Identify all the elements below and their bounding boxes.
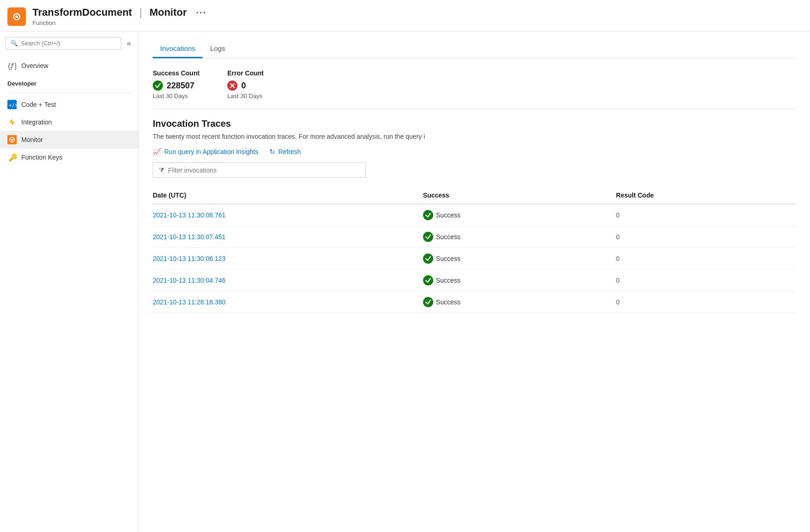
result-code-value: 0 <box>616 211 620 219</box>
filter-wrap[interactable]: ⧩ <box>153 162 366 178</box>
success-count-sublabel: Last 30 Days <box>153 93 199 99</box>
filter-icon: ⧩ <box>159 166 164 174</box>
success-count-block: Success Count 228507 Last 30 Days <box>153 69 199 99</box>
main-content: Invocations Logs Success Count 228507 La… <box>139 31 810 532</box>
col-header-result-code: Result Code <box>616 187 796 204</box>
app-icon <box>7 7 26 26</box>
code-icon: </> <box>7 100 17 109</box>
success-badge: Success <box>423 210 610 220</box>
filter-input[interactable] <box>168 167 360 174</box>
success-cell: Success <box>423 291 616 313</box>
tab-logs[interactable]: Logs <box>203 40 233 58</box>
run-query-label: Run query in Application Insights <box>164 148 258 155</box>
refresh-label: Refresh <box>278 148 301 155</box>
sidebar-item-overview[interactable]: {ƒ} Overview <box>0 57 138 74</box>
sidebar-item-integration[interactable]: Integration <box>0 113 138 131</box>
refresh-icon: ↻ <box>269 148 275 156</box>
svg-text:</>: </> <box>9 102 17 108</box>
more-options-icon[interactable]: ··· <box>196 7 207 18</box>
lightning-icon <box>7 118 17 127</box>
search-input[interactable] <box>21 40 116 47</box>
invocations-table: Date (UTC) Success Result Code 2021-10-1… <box>153 187 796 313</box>
run-query-link[interactable]: 📈 Run query in Application Insights <box>153 148 258 156</box>
sidebar-item-monitor[interactable]: Monitor <box>0 131 138 148</box>
result-code-value: 0 <box>616 255 620 262</box>
svg-marker-6 <box>9 118 15 126</box>
error-count-label: Error Count <box>227 69 264 77</box>
sidebar: 🔍 « {ƒ} Overview Developer </> Co <box>0 31 139 532</box>
success-text: Success <box>436 298 461 306</box>
code-test-label: Code + Test <box>21 101 56 108</box>
svg-point-2 <box>15 15 18 18</box>
key-icon: 🔑 <box>7 153 17 162</box>
success-count-value: 228507 <box>167 81 194 91</box>
success-cell: Success <box>423 204 616 226</box>
refresh-button[interactable]: ↻ Refresh <box>269 148 301 156</box>
date-link[interactable]: 2021-10-13 11:30:08.761 <box>153 211 225 219</box>
success-count-value-row: 228507 <box>153 80 199 91</box>
success-check-icon <box>423 254 433 264</box>
col-header-success: Success <box>423 187 616 204</box>
overview-label: Overview <box>21 62 48 69</box>
integration-label: Integration <box>21 118 52 126</box>
stats-divider <box>153 109 796 109</box>
success-cell: Success <box>423 226 616 248</box>
success-text: Success <box>436 255 461 262</box>
table-row: 2021-10-13 11:30:08.761 Success 0 <box>153 204 796 226</box>
date-link[interactable]: 2021-10-13 11:28:18.380 <box>153 298 225 306</box>
header-section: Monitor <box>150 6 187 19</box>
header-title: TransformDocument | Monitor ··· <box>32 6 206 19</box>
success-badge: Success <box>423 275 610 285</box>
resource-name: TransformDocument <box>32 6 132 19</box>
col-header-date: Date (UTC) <box>153 187 423 204</box>
error-count-sublabel: Last 30 Days <box>227 93 264 99</box>
table-row: 2021-10-13 11:30:04.746 Success 0 <box>153 270 796 291</box>
success-count-label: Success Count <box>153 69 199 77</box>
main-layout: 🔍 « {ƒ} Overview Developer </> Co <box>0 31 810 532</box>
success-check-icon <box>423 297 433 307</box>
collapse-sidebar-button[interactable]: « <box>125 37 133 49</box>
monitor-label: Monitor <box>21 136 43 143</box>
search-icon: 🔍 <box>11 40 18 47</box>
stats-row: Success Count 228507 Last 30 Days Error … <box>153 69 796 99</box>
date-link[interactable]: 2021-10-13 11:30:07.451 <box>153 233 225 241</box>
sidebar-item-code-test[interactable]: </> Code + Test <box>0 96 138 113</box>
overview-icon: {ƒ} <box>7 61 17 70</box>
table-row: 2021-10-13 11:30:07.451 Success 0 <box>153 226 796 248</box>
header-subtitle: Function <box>32 19 206 26</box>
success-check-icon <box>423 275 433 285</box>
function-keys-label: Function Keys <box>21 154 62 161</box>
result-code-value: 0 <box>616 298 620 306</box>
error-icon <box>227 80 237 91</box>
success-check-icon <box>423 210 433 220</box>
svg-text:🔑: 🔑 <box>8 153 17 162</box>
header-title-block: TransformDocument | Monitor ··· Function <box>32 6 206 26</box>
result-code-cell: 0 <box>616 291 796 313</box>
error-count-block: Error Count 0 Last 30 Days <box>227 69 264 99</box>
success-badge: Success <box>423 254 610 264</box>
result-code-cell: 0 <box>616 226 796 248</box>
monitor-icon <box>7 135 17 144</box>
success-cell: Success <box>423 248 616 270</box>
success-text: Success <box>436 233 461 241</box>
date-link[interactable]: 2021-10-13 11:30:04.746 <box>153 277 225 284</box>
success-text: Success <box>436 277 461 284</box>
sidebar-item-function-keys[interactable]: 🔑 Function Keys <box>0 148 138 166</box>
tab-invocations[interactable]: Invocations <box>153 40 203 58</box>
success-badge: Success <box>423 297 610 307</box>
chart-icon: 📈 <box>153 148 162 156</box>
page-header: TransformDocument | Monitor ··· Function <box>0 0 810 31</box>
search-bar: 🔍 « <box>6 37 133 49</box>
result-code-cell: 0 <box>616 204 796 226</box>
date-link[interactable]: 2021-10-13 11:30:06.123 <box>153 255 225 262</box>
success-check-icon <box>423 232 433 242</box>
invocation-traces-title: Invocation Traces <box>153 118 796 129</box>
success-icon <box>153 80 163 91</box>
sidebar-divider <box>7 93 131 93</box>
search-input-wrap[interactable]: 🔍 <box>6 37 121 49</box>
table-row: 2021-10-13 11:28:18.380 Success 0 <box>153 291 796 313</box>
success-badge: Success <box>423 232 610 242</box>
success-text: Success <box>436 211 461 219</box>
developer-section-label: Developer <box>0 74 138 90</box>
result-code-cell: 0 <box>616 248 796 270</box>
